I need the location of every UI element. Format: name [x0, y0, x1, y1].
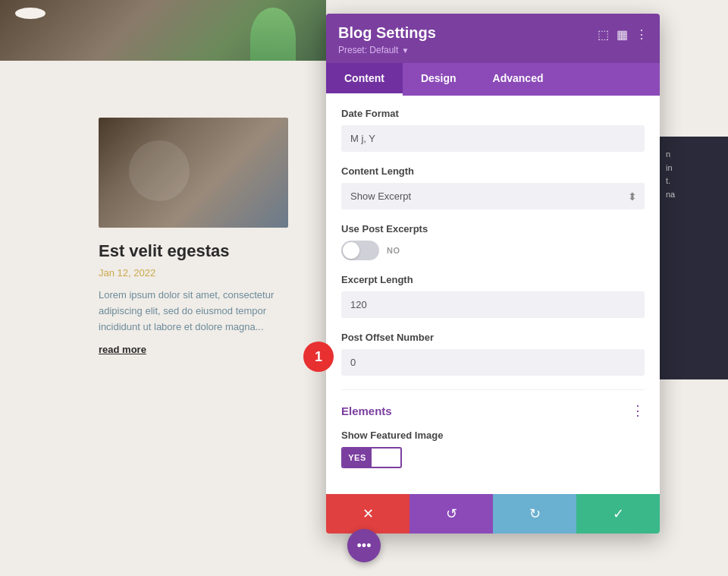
show-featured-image-field: Show Featured Image YES [341, 430, 645, 468]
panel-footer: ✕ ↺ ↻ ✓ [326, 494, 660, 534]
tab-design[interactable]: Design [403, 63, 475, 96]
content-length-select-wrapper: Show Excerpt Show Full Post ⬍ [341, 183, 645, 209]
undo-icon: ↺ [446, 505, 457, 522]
date-format-input[interactable] [341, 125, 645, 152]
panel-header: Blog Settings Preset: Default ▼ ⬚ ▦ ⋮ [326, 14, 660, 63]
panel-preset[interactable]: Preset: Default ▼ [338, 45, 436, 55]
content-length-label: Content Length [341, 165, 645, 177]
blog-post-excerpt: Lorem ipsum dolor sit amet, consectetur … [99, 288, 303, 335]
cancel-icon: ✕ [362, 505, 374, 522]
save-button[interactable]: ✓ [576, 494, 660, 534]
blog-post-date: Jan 12, 2022 [99, 267, 303, 279]
panel-header-left: Blog Settings Preset: Default ▼ [338, 24, 436, 55]
date-format-field: Date Format [341, 108, 645, 152]
read-more-link[interactable]: read more [99, 344, 303, 355]
panel-title: Blog Settings [338, 24, 436, 42]
elements-header: Elements ⋮ [341, 402, 645, 419]
step-badge: 1 [303, 342, 334, 372]
use-post-excerpts-toggle[interactable] [341, 241, 379, 260]
blog-settings-panel: Blog Settings Preset: Default ▼ ⬚ ▦ ⋮ Co… [326, 14, 660, 534]
tab-content[interactable]: Content [326, 63, 403, 96]
no-button[interactable] [372, 449, 400, 467]
post-offset-field: Post Offset Number [341, 332, 645, 376]
excerpt-length-input[interactable] [341, 291, 645, 318]
use-post-excerpts-toggle-row: NO [341, 241, 645, 260]
use-post-excerpts-field: Use Post Excerpts NO [341, 223, 645, 260]
top-image-strip [0, 0, 326, 61]
blog-post-title: Est velit egestas [99, 241, 303, 261]
date-format-label: Date Format [341, 108, 645, 119]
toggle-knob [343, 242, 359, 259]
post-offset-label: Post Offset Number [341, 332, 645, 343]
fullscreen-icon[interactable]: ⬚ [598, 27, 609, 42]
yes-button[interactable]: YES [343, 449, 372, 467]
blog-post-card: Est velit egestas Jan 12, 2022 Lorem ips… [99, 118, 303, 355]
preset-dropdown-arrow: ▼ [401, 46, 409, 55]
elements-more-icon[interactable]: ⋮ [631, 402, 645, 419]
panel-header-actions: ⬚ ▦ ⋮ [598, 27, 648, 42]
cancel-button[interactable]: ✕ [326, 494, 410, 534]
panel-tabs: Content Design Advanced [326, 63, 660, 96]
excerpt-length-label: Excerpt Length [341, 274, 645, 285]
save-icon: ✓ [613, 505, 624, 522]
show-featured-image-toggle[interactable]: YES [341, 447, 402, 468]
blog-post-image [99, 118, 288, 228]
layout-icon[interactable]: ▦ [617, 27, 628, 42]
post-offset-input[interactable] [341, 349, 645, 376]
content-length-field: Content Length Show Excerpt Show Full Po… [341, 165, 645, 209]
toggle-label-no: NO [387, 246, 400, 255]
content-length-select[interactable]: Show Excerpt Show Full Post [341, 183, 645, 209]
right-strip-text: nint.na [666, 150, 675, 199]
show-featured-image-label: Show Featured Image [341, 430, 645, 441]
undo-button[interactable]: ↺ [410, 494, 493, 534]
right-side-strip: nint.na [660, 137, 728, 379]
use-post-excerpts-label: Use Post Excerpts [341, 223, 645, 234]
redo-button[interactable]: ↻ [493, 494, 576, 534]
redo-icon: ↻ [529, 505, 541, 522]
more-options-icon[interactable]: ⋮ [635, 27, 648, 42]
excerpt-length-field: Excerpt Length [341, 274, 645, 318]
tab-advanced[interactable]: Advanced [475, 63, 562, 96]
floating-dots-button[interactable]: ••• [347, 529, 381, 562]
elements-section: Elements ⋮ Show Featured Image YES [341, 389, 645, 468]
elements-title: Elements [341, 404, 392, 417]
panel-body: Date Format Content Length Show Excerpt … [326, 96, 660, 494]
